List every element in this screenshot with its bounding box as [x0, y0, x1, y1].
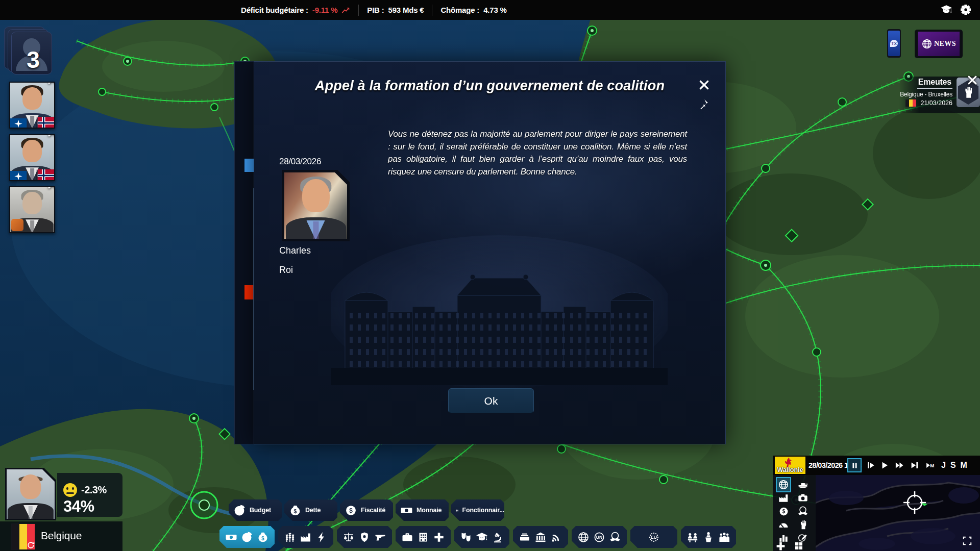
- country-bar: Belgique: [0, 521, 122, 551]
- assembly-icon: [687, 531, 699, 543]
- toolbar-group-politics[interactable]: [681, 526, 736, 548]
- minimap-crosshair: [903, 491, 926, 514]
- world-icon[interactable]: [777, 478, 790, 491]
- stat-unemployment: Chômage : 4.73 %: [440, 6, 506, 14]
- close-icon[interactable]: [47, 134, 55, 138]
- time-control-bar: Wallonie 28/03/2026 11:14 J S M: [773, 456, 980, 475]
- building-icon: [417, 531, 429, 543]
- map-layer-tools: [773, 475, 816, 551]
- skip-day-button[interactable]: [910, 461, 920, 470]
- industry-icon[interactable]: [777, 491, 790, 505]
- tax-coin-icon: [345, 504, 357, 517]
- fast-forward-button[interactable]: [894, 461, 905, 470]
- popularity-delta: -2.3%: [81, 484, 107, 496]
- step-button[interactable]: [866, 461, 875, 470]
- toolbar-group-justice-security[interactable]: [337, 526, 392, 548]
- norway-flag: [37, 169, 55, 181]
- stat-gdp-label: PIB :: [367, 6, 384, 14]
- player-leader-portrait[interactable]: [5, 468, 56, 520]
- change-country-icon[interactable]: [27, 541, 35, 549]
- bank-icon: [534, 531, 547, 543]
- blue-window-marker[interactable]: [244, 159, 255, 172]
- cash-stack-icon: [519, 531, 531, 543]
- speaker-name: Charles: [279, 245, 311, 256]
- advisor-portrait-1[interactable]: [9, 82, 55, 129]
- speaker-role: Roi: [279, 265, 293, 276]
- police-badge-icon: [358, 531, 371, 543]
- divider: [432, 5, 432, 16]
- skip-month-button[interactable]: [924, 461, 937, 470]
- dialog-pin-icon[interactable]: [698, 98, 709, 110]
- toolbar-group-culture-education[interactable]: [454, 526, 509, 548]
- toolbar-group-production-energy[interactable]: [278, 526, 333, 548]
- toolbar-group-finance-media[interactable]: [513, 526, 568, 548]
- toolbar-group-employment-health[interactable]: [396, 526, 451, 548]
- layout-grid-icon[interactable]: [792, 539, 805, 551]
- globe-icon: [921, 38, 933, 49]
- podium-icon: [702, 531, 715, 543]
- region-flag-wallonie[interactable]: Wallonie: [775, 457, 805, 474]
- dialog-close-icon[interactable]: [698, 79, 710, 91]
- ok-button[interactable]: Ok: [448, 388, 534, 413]
- tab-fonctionnaires[interactable]: Fonctionnair...: [451, 499, 504, 521]
- energy-bolt-icon: [315, 531, 328, 543]
- tab-fiscalite[interactable]: Fiscalité: [340, 499, 393, 521]
- eu-stars-icon: [648, 531, 660, 543]
- research-icon: [492, 531, 504, 543]
- news-tablet-widget[interactable]: NEWS: [915, 30, 963, 58]
- handshake-icon[interactable]: [796, 505, 810, 518]
- protest-fist-icon[interactable]: [796, 518, 810, 531]
- palace-illustration: [331, 235, 668, 393]
- minimap[interactable]: [816, 475, 980, 551]
- toolbar-group-economy[interactable]: [219, 526, 275, 548]
- nato-flag: [9, 118, 28, 129]
- globe-icon: [577, 531, 590, 543]
- speed-week-button[interactable]: S: [950, 461, 956, 470]
- advisor-portrait-3[interactable]: [9, 186, 55, 233]
- news-title: Emeutes: [917, 78, 952, 89]
- theater-masks-icon: [460, 531, 472, 543]
- news-close-icon[interactable]: [967, 74, 978, 86]
- play-button[interactable]: [880, 461, 889, 470]
- camera-icon[interactable]: [796, 491, 810, 505]
- pause-icon: [851, 462, 859, 469]
- pause-button[interactable]: [847, 458, 862, 472]
- norway-flag: [37, 117, 55, 129]
- news-date: 21/03/2026: [920, 99, 952, 107]
- speed-month-button[interactable]: M: [961, 461, 967, 470]
- phone-logo: Tx: [890, 40, 898, 47]
- toolbar-group-international[interactable]: [572, 526, 627, 548]
- tab-budget[interactable]: Budget: [229, 499, 282, 521]
- mood-smiley-icon: [63, 483, 77, 497]
- zoom-plus-icon[interactable]: [774, 539, 787, 551]
- stat-deficit-label: Déficit budgétaire :: [241, 6, 308, 14]
- tab-monnaie[interactable]: Monnaie: [396, 499, 449, 521]
- delegation-icon: [718, 531, 730, 543]
- finance-coin-icon[interactable]: [777, 505, 790, 518]
- close-icon[interactable]: [47, 186, 55, 190]
- factory-icon: [300, 531, 312, 543]
- wheat-icon: [284, 531, 296, 543]
- nato-flag: [9, 171, 28, 181]
- protest-fist-icon: [962, 86, 975, 99]
- education-cap-icon[interactable]: [940, 4, 952, 16]
- tab-dette[interactable]: Dette: [284, 499, 337, 521]
- speed-day-button[interactable]: J: [941, 461, 946, 470]
- currency-note-icon: [400, 504, 413, 517]
- settings-gear-icon[interactable]: [960, 4, 972, 16]
- toolbar-group-europe[interactable]: [630, 526, 677, 548]
- money-bag-icon: [257, 531, 269, 543]
- banknote-icon: [225, 531, 237, 543]
- dialog-side-strip: [234, 61, 255, 444]
- close-icon[interactable]: [47, 82, 55, 85]
- advisor-portrait-2[interactable]: [9, 134, 55, 181]
- stat-deficit: Déficit budgétaire : -9.11 %: [241, 6, 350, 14]
- military-tank-icon[interactable]: [796, 478, 810, 491]
- pending-portraits-stack[interactable]: 3: [11, 32, 52, 74]
- region-name: Wallonie: [775, 466, 805, 473]
- game-screen: $ UN EU $: [0, 0, 980, 551]
- social-phone-widget[interactable]: Tx: [887, 29, 901, 58]
- focus-frame-icon[interactable]: [962, 535, 973, 546]
- gauge-icon[interactable]: [777, 518, 790, 531]
- stat-gdp-value: 593 Mds €: [388, 6, 424, 14]
